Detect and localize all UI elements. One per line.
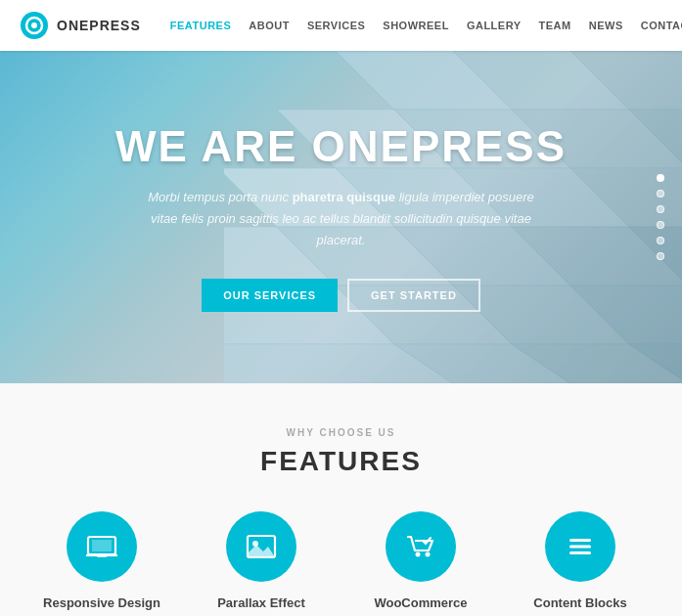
dot-1[interactable]: [657, 174, 664, 182]
hamburger-menu-icon: [563, 529, 598, 564]
logo-text: ONEPRESS: [57, 18, 141, 33]
hero-content: WE ARE ONEPRESS Morbi tempus porta nunc …: [76, 122, 606, 312]
nav-team[interactable]: TEAM: [539, 20, 571, 31]
get-started-button[interactable]: GET STARTED: [347, 279, 480, 312]
svg-rect-30: [97, 554, 107, 557]
feature-woocommerce: WooCommerce Build a front page for your …: [348, 511, 493, 616]
cart-icon: [403, 529, 438, 564]
content-blocks-icon-circle: [545, 511, 615, 582]
nav-news[interactable]: NEWS: [589, 20, 623, 31]
nav-showreel[interactable]: SHOWREEL: [383, 20, 449, 31]
svg-rect-37: [569, 546, 591, 549]
content-blocks-title: Content Blocks: [533, 595, 626, 610]
features-title: FEATURES: [29, 446, 653, 477]
nav-services[interactable]: SERVICES: [307, 20, 365, 31]
header: ONEPRESS FEATURES ABOUT SERVICES SHOWREE…: [0, 0, 682, 51]
hero-buttons: OUR SERVICES GET STARTED: [115, 279, 567, 312]
dot-5[interactable]: [657, 237, 664, 244]
parallax-icon-circle: [226, 511, 296, 582]
logo[interactable]: ONEPRESS: [20, 11, 141, 40]
woocommerce-icon-circle: [386, 511, 456, 582]
hero-subtitle: Morbi tempus porta nunc pharetra quisque…: [135, 187, 546, 251]
feature-content-blocks: Content Blocks Change the sections conte…: [508, 511, 653, 616]
svg-marker-33: [248, 545, 275, 557]
parallax-title: Parallax Effect: [217, 595, 305, 610]
our-services-button[interactable]: OUR SERVICES: [202, 279, 338, 312]
woocommerce-title: WooCommerce: [374, 595, 467, 610]
slide-dots: [657, 174, 664, 260]
svg-rect-28: [92, 540, 112, 551]
dot-6[interactable]: [657, 252, 664, 260]
features-subtitle: WHY CHOOSE US: [29, 427, 653, 438]
svg-point-35: [426, 552, 431, 557]
laptop-icon: [84, 529, 119, 564]
dot-3[interactable]: [657, 205, 664, 213]
features-grid: Responsive Design The theme is responsiv…: [29, 511, 653, 616]
features-section: WHY CHOOSE US FEATURES Responsive Design…: [0, 383, 682, 616]
logo-icon: [20, 11, 49, 40]
responsive-icon-circle: [67, 511, 137, 582]
svg-point-34: [416, 552, 421, 557]
dot-2[interactable]: [657, 190, 664, 198]
image-icon: [244, 529, 279, 564]
hero-title: WE ARE ONEPRESS: [115, 122, 567, 171]
svg-rect-36: [569, 539, 591, 542]
svg-point-2: [31, 22, 37, 28]
main-nav: FEATURES ABOUT SERVICES SHOWREEL GALLERY…: [170, 20, 682, 31]
feature-parallax: Parallax Effect Create memorable pages w…: [189, 511, 334, 616]
svg-rect-38: [569, 551, 591, 554]
nav-contact[interactable]: CONTACT: [641, 20, 682, 31]
dot-4[interactable]: [657, 221, 664, 229]
feature-responsive: Responsive Design The theme is responsiv…: [29, 511, 174, 616]
hero-section: WE ARE ONEPRESS Morbi tempus porta nunc …: [0, 51, 682, 383]
nav-about[interactable]: ABOUT: [249, 20, 290, 31]
responsive-title: Responsive Design: [43, 595, 160, 610]
nav-features[interactable]: FEATURES: [170, 20, 231, 31]
nav-gallery[interactable]: GALLERY: [467, 20, 522, 31]
